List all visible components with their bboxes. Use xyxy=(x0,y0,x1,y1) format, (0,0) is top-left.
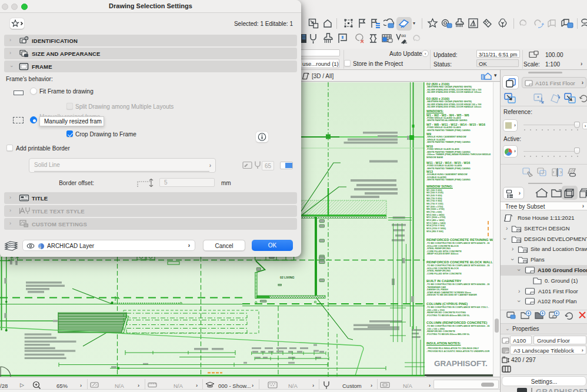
svg-text:αα: αα xyxy=(401,33,406,38)
svg-text:02 LIVING: 02 LIVING xyxy=(280,276,295,279)
